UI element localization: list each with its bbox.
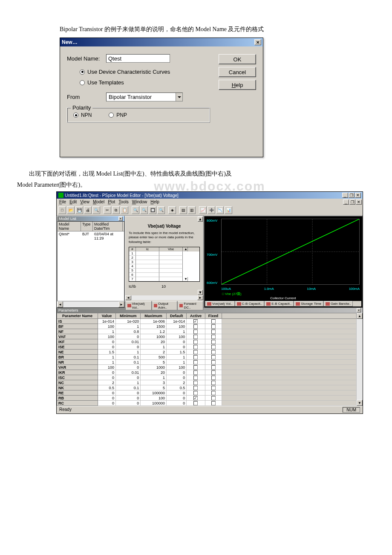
table-row[interactable]: IKF00.01200 bbox=[57, 339, 357, 344]
checkbox-active[interactable] bbox=[193, 376, 198, 380]
close-icon[interactable]: ✕ bbox=[254, 39, 261, 45]
table-row[interactable]: NF10.81.21 bbox=[57, 329, 357, 334]
checkbox-fixed[interactable] bbox=[211, 401, 216, 405]
scroll-left-icon[interactable]: ◄ bbox=[125, 295, 131, 300]
tab[interactable]: C-B Capacit.. bbox=[235, 301, 265, 306]
table-row[interactable]: NC2132 bbox=[57, 380, 357, 385]
checkbox-fixed[interactable] bbox=[211, 355, 216, 359]
table-row[interactable]: NE1.5121.5 bbox=[57, 350, 357, 355]
scroll-up-icon[interactable]: ▲ bbox=[357, 313, 363, 319]
zoomout-icon[interactable]: 🔍 bbox=[140, 206, 148, 214]
checkbox-fixed[interactable] bbox=[211, 350, 216, 354]
scroll-right-icon[interactable]: ► bbox=[118, 301, 124, 307]
table-row[interactable]: NK0.50.150.5 bbox=[57, 385, 357, 390]
column-header[interactable]: Default bbox=[166, 313, 186, 319]
checkbox-fixed[interactable] bbox=[211, 376, 216, 380]
maximize-icon[interactable]: ❐ bbox=[349, 193, 355, 198]
model-list-row[interactable]: Qtest*BJT02/04/04 at 11:29 bbox=[58, 231, 124, 241]
chart-icon[interactable]: 📈 bbox=[199, 206, 207, 214]
log-icon[interactable]: ▤ bbox=[179, 206, 187, 214]
checkbox-active[interactable] bbox=[193, 396, 198, 400]
menu-window[interactable]: Window bbox=[132, 199, 147, 204]
column-header[interactable]: Value bbox=[98, 313, 116, 319]
checkbox-fixed[interactable] bbox=[211, 330, 216, 334]
tab[interactable]: Output Adm.. bbox=[152, 301, 177, 310]
menu-plot[interactable]: Plot bbox=[108, 199, 115, 204]
checkbox-fixed[interactable] bbox=[211, 365, 216, 370]
scrollbar-track[interactable] bbox=[63, 301, 118, 307]
table-row[interactable]: BF10011500100 bbox=[57, 324, 357, 329]
chart4-icon[interactable]: 📊 bbox=[225, 206, 232, 214]
checkbox-fixed[interactable] bbox=[211, 360, 216, 364]
checkbox-fixed[interactable] bbox=[211, 340, 216, 344]
table-row[interactable]: ISC0010 bbox=[57, 375, 357, 380]
mdi-maximize-icon[interactable]: ❐ bbox=[349, 199, 355, 205]
checkbox-active[interactable] bbox=[193, 381, 198, 385]
panel-close-icon[interactable]: × bbox=[357, 308, 361, 312]
table-row[interactable]: NR10.151 bbox=[57, 360, 357, 365]
table-row[interactable]: IS1e-0141e-0201e-0061e-014 bbox=[57, 319, 357, 324]
checkbox-active[interactable] bbox=[193, 355, 198, 359]
scrollbar-track[interactable] bbox=[357, 319, 363, 400]
checkbox-active[interactable] bbox=[193, 319, 198, 324]
checkbox-active[interactable] bbox=[193, 401, 198, 405]
menu-model[interactable]: Model bbox=[93, 199, 104, 204]
checkbox-active[interactable] bbox=[193, 365, 198, 370]
checkbox-active[interactable] bbox=[193, 324, 198, 329]
preview-icon[interactable]: 🔍 bbox=[92, 206, 100, 214]
open-icon[interactable]: 📂 bbox=[67, 206, 75, 214]
tab[interactable]: Storage Time bbox=[294, 301, 323, 306]
checkbox-active[interactable] bbox=[193, 345, 198, 349]
scrollbar-track[interactable] bbox=[131, 295, 197, 300]
column-header[interactable]: Model Name bbox=[58, 222, 81, 231]
table-row[interactable]: VAR10001000100 bbox=[57, 365, 357, 370]
checkbox-fixed[interactable] bbox=[211, 391, 216, 395]
checkbox-fixed[interactable] bbox=[211, 335, 216, 339]
copy-icon[interactable]: ⧉ bbox=[112, 206, 120, 214]
scroll-up-icon[interactable]: ▲ bbox=[198, 217, 203, 222]
scroll-down-icon[interactable]: ▼ bbox=[357, 400, 363, 406]
from-combo[interactable]: Bipolar Transistor bbox=[106, 92, 183, 101]
menu-tools[interactable]: Tools bbox=[118, 199, 128, 204]
checkbox-fixed[interactable] bbox=[211, 370, 216, 375]
checkbox-fixed[interactable] bbox=[211, 345, 216, 349]
checkbox-active[interactable] bbox=[193, 391, 198, 395]
help-button[interactable]: Help bbox=[219, 80, 256, 90]
checkbox-fixed[interactable] bbox=[211, 396, 216, 400]
spec-data-table[interactable]: # Ic Vbe ▲ 1 2 3 4 5 6 7▼ bbox=[129, 247, 200, 282]
scroll-down-icon[interactable]: ▼ bbox=[198, 290, 203, 295]
scroll-right-icon[interactable]: ► bbox=[197, 295, 203, 300]
checkbox-fixed[interactable] bbox=[211, 324, 216, 329]
column-header[interactable]: Active bbox=[187, 313, 205, 319]
column-header[interactable]: Modified Date/Tim bbox=[93, 222, 123, 231]
zoomfit-icon[interactable]: 🔍 bbox=[157, 206, 165, 214]
ok-button[interactable]: OK bbox=[219, 54, 256, 64]
column-header[interactable]: Type bbox=[81, 222, 93, 231]
paste-icon[interactable]: 📋 bbox=[121, 206, 128, 214]
chevron-down-icon[interactable] bbox=[176, 93, 182, 101]
menu-help[interactable]: Help bbox=[150, 199, 159, 204]
tab[interactable]: Vce(sat) Vol.. bbox=[205, 301, 235, 306]
checkbox-fixed[interactable] bbox=[211, 386, 216, 390]
checkbox-active[interactable] bbox=[193, 340, 198, 344]
panel-close-icon[interactable]: × bbox=[118, 217, 123, 221]
vbe-chart[interactable]: 800mV 700mV 600mV 100uA 1.0mA bbox=[205, 217, 361, 292]
menu-edit[interactable]: Edit bbox=[69, 199, 77, 204]
close-icon[interactable]: ✕ bbox=[355, 193, 361, 198]
table-row[interactable]: RE001000000 bbox=[57, 390, 357, 396]
column-header[interactable]: Minimum bbox=[116, 313, 141, 319]
checkbox-active[interactable] bbox=[193, 370, 198, 375]
scroll-up-icon[interactable]: ▲ bbox=[183, 247, 188, 251]
menu-file[interactable]: File bbox=[59, 199, 66, 204]
cancel-button[interactable]: Cancel bbox=[219, 67, 256, 77]
tab[interactable]: Gain Bandw.. bbox=[323, 301, 353, 306]
cut-icon[interactable]: ✂ bbox=[104, 206, 111, 214]
table-row[interactable]: VAF10001000100 bbox=[57, 334, 357, 339]
checkbox-active[interactable] bbox=[193, 360, 198, 364]
table-row[interactable]: RB001000 bbox=[57, 396, 357, 401]
chart2-icon[interactable]: ➕ bbox=[208, 206, 215, 214]
tab[interactable]: Vbe(sat) Vol.. bbox=[125, 301, 152, 310]
mdi-minimize-icon[interactable]: _ bbox=[343, 199, 349, 205]
column-header[interactable]: Maximum bbox=[141, 313, 167, 319]
checkbox-fixed[interactable] bbox=[211, 381, 216, 385]
